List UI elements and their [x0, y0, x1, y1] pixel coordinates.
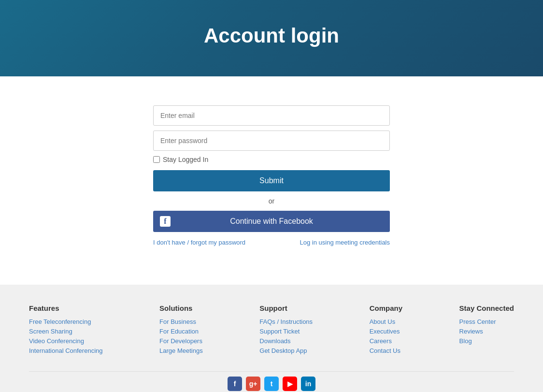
stay-logged-row: Stay Logged In [153, 156, 390, 163]
linkedin-icon[interactable]: in [301, 377, 315, 391]
footer-link[interactable]: For Business [159, 318, 203, 325]
twitter-icon[interactable]: t [264, 377, 279, 391]
footer-link[interactable]: Contact Us [370, 347, 402, 354]
footer-column-heading: Support [259, 304, 313, 312]
facebook-icon[interactable]: f [228, 377, 242, 391]
footer-column: Stay ConnectedPress CenterReviewsBlog [459, 304, 514, 357]
footer-column: CompanyAbout UsExecutivesCareersContact … [370, 304, 402, 357]
footer-social: fg+t▶in [29, 371, 514, 391]
footer: FeaturesFree TeleconferencingScreen Shar… [0, 285, 543, 392]
footer-column-heading: Features [29, 304, 103, 312]
footer-link[interactable]: Careers [370, 337, 402, 345]
footer-link[interactable]: Press Center [459, 318, 514, 325]
facebook-button[interactable]: f Continue with Facebook [153, 211, 390, 232]
or-divider: or [153, 197, 390, 205]
footer-link[interactable]: Large Meetings [159, 347, 203, 354]
main-content: Stay Logged In Submit or f Continue with… [0, 76, 543, 285]
meeting-credentials-link[interactable]: Log in using meeting credentials [300, 239, 390, 246]
stay-logged-label: Stay Logged In [163, 156, 208, 163]
page-header: Account login [0, 0, 543, 76]
facebook-icon-wrap: f [160, 216, 171, 227]
footer-link[interactable]: Executives [370, 328, 402, 335]
footer-link[interactable]: For Education [159, 328, 203, 335]
facebook-button-label: Continue with Facebook [230, 217, 313, 226]
footer-link[interactable]: Screen Sharing [29, 328, 103, 335]
footer-link[interactable]: For Developers [159, 337, 203, 345]
footer-link[interactable]: Downloads [259, 337, 313, 345]
stay-logged-checkbox[interactable] [153, 156, 160, 163]
login-form: Stay Logged In Submit or f Continue with… [153, 105, 390, 246]
footer-column: SolutionsFor BusinessFor EducationFor De… [159, 304, 203, 357]
submit-button[interactable]: Submit [153, 170, 390, 191]
password-input[interactable] [153, 131, 390, 151]
footer-link[interactable]: FAQs / Instructions [259, 318, 313, 325]
footer-column-heading: Solutions [159, 304, 203, 312]
footer-link[interactable]: About Us [370, 318, 402, 325]
footer-column-heading: Stay Connected [459, 304, 514, 312]
footer-columns: FeaturesFree TeleconferencingScreen Shar… [29, 304, 514, 357]
footer-link[interactable]: Free Teleconferencing [29, 318, 103, 325]
footer-column: SupportFAQs / InstructionsSupport Ticket… [259, 304, 313, 357]
email-input[interactable] [153, 105, 390, 126]
footer-column-heading: Company [370, 304, 402, 312]
footer-link[interactable]: Get Desktop App [259, 347, 313, 354]
footer-link[interactable]: International Conferencing [29, 347, 103, 354]
forgot-password-link[interactable]: I don't have / forgot my password [153, 239, 245, 246]
footer-link[interactable]: Video Conferencing [29, 337, 103, 345]
page-title: Account login [10, 24, 533, 47]
footer-link[interactable]: Blog [459, 337, 514, 345]
google-plus-icon[interactable]: g+ [246, 377, 260, 391]
facebook-icon: f [160, 216, 171, 227]
footer-column: FeaturesFree TeleconferencingScreen Shar… [29, 304, 103, 357]
footer-link[interactable]: Support Ticket [259, 328, 313, 335]
form-links: I don't have / forgot my password Log in… [153, 239, 390, 246]
footer-link[interactable]: Reviews [459, 328, 514, 335]
youtube-icon[interactable]: ▶ [283, 377, 297, 391]
